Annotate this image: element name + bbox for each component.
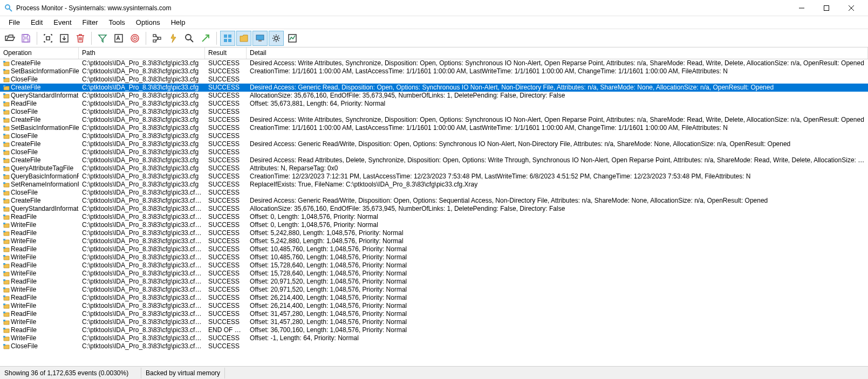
cell-detail: Offset: 20,971,520, Length: 1,048,576, P… (247, 286, 868, 294)
menu-filter[interactable]: Filter (77, 17, 104, 28)
open-icon[interactable] (2, 31, 17, 46)
show-filesystem-icon[interactable] (236, 31, 251, 46)
show-network-icon[interactable] (252, 31, 268, 46)
event-row[interactable]: WriteFileC:\ptktools\IDA_Pro_8.3\83\cfg\… (0, 253, 868, 261)
svg-rect-60 (3, 304, 5, 305)
event-row[interactable]: SetBasicInformationFileC:\ptktools\IDA_P… (0, 67, 868, 75)
operation-text: WriteFile (11, 221, 36, 229)
event-row[interactable]: WriteFileC:\ptktools\IDA_Pro_8.3\83\cfg\… (0, 286, 868, 294)
file-operation-icon (3, 311, 10, 318)
event-row[interactable]: QueryAttributeTagFileC:\ptktools\IDA_Pro… (0, 164, 868, 173)
event-row[interactable]: WriteFileC:\ptktools\IDA_Pro_8.3\83\cfg\… (0, 221, 868, 229)
event-row[interactable]: CreateFileC:\ptktools\IDA_Pro_8.3\83\cfg… (0, 59, 868, 67)
cell-path: C:\ptktools\IDA_Pro_8.3\83\cfg\pic33.cfg… (79, 261, 205, 270)
highlight-icon[interactable] (111, 31, 126, 46)
event-row[interactable]: ReadFileC:\ptktools\IDA_Pro_8.3\83\cfg\p… (0, 310, 868, 318)
cell-detail: Offset: 31,457,280, Length: 1,048,576, P… (247, 310, 868, 318)
menu-options[interactable]: Options (131, 17, 166, 28)
cell-detail: Desired Access: Generic Read/Write, Disp… (247, 197, 868, 205)
event-properties-icon[interactable] (166, 31, 181, 46)
cell-path: C:\ptktools\IDA_Pro_8.3\83\cfg\pic33.cfg (79, 164, 205, 173)
menu-help[interactable]: Help (166, 17, 191, 28)
file-operation-icon (3, 206, 10, 212)
event-row[interactable]: ReadFileC:\ptktools\IDA_Pro_8.3\83\cfg\p… (0, 213, 868, 221)
cell-path: C:\ptktools\IDA_Pro_8.3\83\cfg\pic33.cfg… (79, 310, 205, 318)
include-icon[interactable] (127, 31, 142, 46)
cell-result: SUCCESS (205, 229, 247, 237)
event-row[interactable]: WriteFileC:\ptktools\IDA_Pro_8.3\83\cfg\… (0, 318, 868, 326)
column-result[interactable]: Result (205, 47, 247, 59)
menu-edit[interactable]: Edit (25, 17, 48, 28)
cell-path: C:\ptktools\IDA_Pro_8.3\83\cfg\pic33.cfg… (79, 270, 205, 278)
event-row[interactable]: SetRenameInformationFileC:\ptktools\IDA_… (0, 181, 868, 189)
maximize-button[interactable] (814, 0, 839, 16)
show-process-icon[interactable] (269, 31, 284, 46)
minimize-button[interactable] (789, 0, 814, 16)
file-operation-icon (3, 149, 10, 156)
event-row[interactable]: CreateFileC:\ptktools\IDA_Pro_8.3\83\cfg… (0, 197, 868, 205)
event-row[interactable]: ReadFileC:\ptktools\IDA_Pro_8.3\83\cfg\p… (0, 229, 868, 237)
event-row[interactable]: WriteFileC:\ptktools\IDA_Pro_8.3\83\cfg\… (0, 334, 868, 342)
file-operation-icon (3, 287, 10, 293)
cell-result: SUCCESS (205, 261, 247, 270)
autoscroll-icon[interactable] (57, 31, 72, 46)
event-row[interactable]: QueryStandardInformation...C:\ptktools\I… (0, 92, 868, 100)
menu-tools[interactable]: Tools (104, 17, 131, 28)
save-icon[interactable] (18, 31, 33, 46)
event-row[interactable]: WriteFileC:\ptktools\IDA_Pro_8.3\83\cfg\… (0, 237, 868, 245)
cell-operation: CloseFile (0, 148, 79, 156)
menu-file[interactable]: File (3, 17, 25, 28)
close-button[interactable] (839, 0, 864, 16)
event-row[interactable]: SetBasicInformationFileC:\ptktools\IDA_P… (0, 124, 868, 132)
event-row[interactable]: CreateFileC:\ptktools\IDA_Pro_8.3\83\cfg… (0, 116, 868, 124)
cell-detail: Offset: -1, Length: 64, Priority: Normal (247, 334, 868, 342)
svg-rect-54 (3, 255, 5, 257)
event-row[interactable]: ReadFileC:\ptktools\IDA_Pro_8.3\83\cfg\p… (0, 326, 868, 334)
event-row[interactable]: ReadFileC:\ptktools\IDA_Pro_8.3\83\cfg\p… (0, 294, 868, 302)
event-row[interactable]: QueryStandardInformation...C:\ptktools\I… (0, 205, 868, 213)
column-detail[interactable]: Detail (247, 47, 868, 59)
event-row[interactable]: WriteFileC:\ptktools\IDA_Pro_8.3\83\cfg\… (0, 270, 868, 278)
operation-text: WriteFile (11, 286, 36, 294)
column-path[interactable]: Path (79, 47, 205, 59)
status-events: Showing 36 of 1,172,635 events (0.0030%) (0, 368, 141, 378)
event-row[interactable]: ReadFileC:\ptktools\IDA_Pro_8.3\83\cfg\p… (0, 278, 868, 286)
cell-result: SUCCESS (205, 100, 247, 108)
svg-rect-55 (3, 263, 5, 265)
filter-icon[interactable] (95, 31, 110, 46)
svg-rect-51 (3, 231, 5, 232)
cell-result: SUCCESS (205, 92, 247, 100)
cell-detail: CreationTime: 1/1/1601 1:00:00 AM, LastA… (247, 67, 868, 75)
event-row[interactable]: ReadFileC:\ptktools\IDA_Pro_8.3\83\cfg\p… (0, 100, 868, 108)
event-row[interactable]: CreateFileC:\ptktools\IDA_Pro_8.3\83\cfg… (0, 140, 868, 148)
event-row[interactable]: CreateFileC:\ptktools\IDA_Pro_8.3\83\cfg… (0, 156, 868, 164)
event-row[interactable]: CloseFileC:\ptktools\IDA_Pro_8.3\83\cfg\… (0, 148, 868, 156)
file-operation-icon (3, 60, 10, 67)
event-row[interactable]: CloseFileC:\ptktools\IDA_Pro_8.3\83\cfg\… (0, 189, 868, 197)
svg-rect-40 (3, 142, 5, 143)
event-row[interactable]: ReadFileC:\ptktools\IDA_Pro_8.3\83\cfg\p… (0, 261, 868, 270)
menubar: File Edit Event Filter Tools Options Hel… (0, 16, 868, 29)
event-row[interactable]: WriteFileC:\ptktools\IDA_Pro_8.3\83\cfg\… (0, 302, 868, 310)
operation-text: ReadFile (11, 310, 37, 318)
svg-rect-41 (3, 150, 5, 151)
process-tree-icon[interactable] (149, 31, 165, 46)
event-row[interactable]: ReadFileC:\ptktools\IDA_Pro_8.3\83\cfg\p… (0, 245, 868, 253)
show-profiling-icon[interactable] (285, 31, 300, 46)
column-operation[interactable]: Operation (0, 47, 79, 59)
event-list[interactable]: CreateFileC:\ptktools\IDA_Pro_8.3\83\cfg… (0, 59, 868, 366)
event-row[interactable]: QueryBasicInformationFileC:\ptktools\IDA… (0, 173, 868, 181)
event-row[interactable]: CloseFileC:\ptktools\IDA_Pro_8.3\83\cfg\… (0, 108, 868, 116)
clear-icon[interactable] (73, 31, 88, 46)
event-row[interactable]: CloseFileC:\ptktools\IDA_Pro_8.3\83\cfg\… (0, 342, 868, 350)
event-row[interactable]: CloseFileC:\ptktools\IDA_Pro_8.3\83\cfg\… (0, 132, 868, 140)
operation-text: SetBasicInformationFile (11, 124, 79, 132)
cell-operation: WriteFile (0, 318, 79, 326)
event-row[interactable]: CreateFileC:\ptktools\IDA_Pro_8.3\83\cfg… (0, 84, 868, 92)
find-icon[interactable] (182, 31, 197, 46)
capture-icon[interactable] (40, 31, 56, 46)
jump-icon[interactable] (198, 31, 213, 46)
menu-event[interactable]: Event (48, 17, 77, 28)
event-row[interactable]: CloseFileC:\ptktools\IDA_Pro_8.3\83\cfg\… (0, 75, 868, 84)
show-registry-icon[interactable] (220, 31, 235, 46)
